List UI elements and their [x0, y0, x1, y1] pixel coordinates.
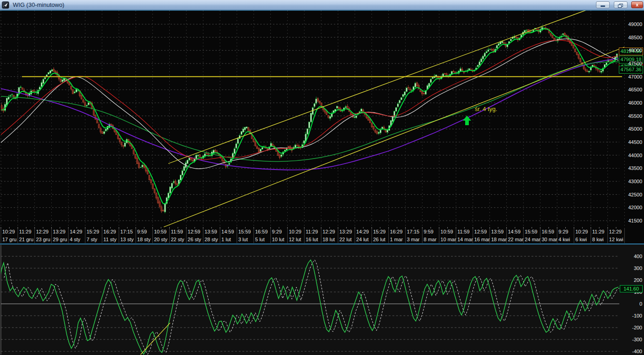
chart-annotation: śr. 4 tyg.	[475, 106, 497, 112]
time-axis-label: 12:29	[322, 228, 335, 235]
window-title: WIG (30-minutowo)	[13, 1, 64, 8]
app-window: 48124.56 47802.72 47567.36 47909.18 śr. …	[0, 0, 644, 355]
price-axis-label: 43500	[619, 165, 642, 171]
date-axis-label: 18 sty	[137, 236, 150, 243]
date-axis-label: 6 kwi	[575, 236, 587, 243]
time-axis-label: 9:29	[558, 228, 568, 235]
date-axis-label: 20 sty	[154, 236, 167, 243]
time-axis-label: 16:59	[542, 228, 554, 235]
date-axis-label: 8 kwi	[592, 236, 604, 243]
date-axis-label: 12 lut	[289, 236, 301, 243]
date-axis-label: 8 mar	[424, 236, 436, 243]
time-axis-label: 9:59	[137, 228, 147, 235]
time-axis-label: 11:29	[592, 228, 605, 235]
time-axis-label: 10:29	[2, 228, 15, 235]
price-label-green-ma: 47567.36	[619, 66, 643, 74]
price-axis-label: 46000	[619, 100, 642, 106]
time-axis-label: 12:59	[474, 228, 487, 235]
time-axis-label: 16:29	[103, 228, 116, 235]
date-axis-label: 10 lut	[272, 236, 284, 243]
price-axis-label: 42000	[619, 204, 642, 211]
price-axis-label: 43000	[619, 178, 642, 185]
time-axis-label: 11:29	[19, 228, 32, 235]
time-axis-label: 11:59	[171, 228, 183, 235]
oscillator-axis-label: 0	[619, 301, 642, 307]
app-icon	[2, 1, 9, 9]
date-axis-label: 30 mar	[542, 236, 557, 243]
date-axis-label: 16 lut	[306, 236, 318, 243]
price-axis-label: 45500	[619, 113, 642, 119]
date-axis-label: 21 gru	[19, 236, 33, 243]
date-axis-label: 23 gru	[36, 236, 50, 243]
date-axis-label: 22 mar	[508, 236, 524, 243]
time-axis-label: 16:29	[390, 228, 403, 235]
date-axis-label: 3 lut	[238, 236, 248, 243]
window-controls: x	[594, 1, 643, 9]
close-button[interactable]: x	[631, 1, 643, 8]
price-axis-label: 48000	[619, 47, 642, 53]
date-axis-label: 24 lut	[356, 236, 369, 243]
date-axis-label: 12 kwi	[609, 236, 623, 243]
time-axis-label: 13:29	[339, 228, 352, 235]
price-axis-label: 49000	[619, 21, 642, 27]
date-axis-label: 4 sty	[70, 236, 80, 243]
time-axis-label: 10:29	[575, 228, 588, 235]
time-axis-label: 15:59	[525, 228, 537, 235]
oscillator-axis-label: 300	[619, 265, 642, 271]
date-axis-label: 10 mar	[440, 236, 456, 243]
date-axis-label: 22 sty	[171, 236, 184, 243]
title-bar[interactable]: WIG (30-minutowo) x	[0, 0, 644, 10]
time-axis-label: 14:59	[221, 228, 234, 235]
date-axis-label: 14 mar	[457, 236, 473, 243]
oscillator-axis-label: -100	[619, 313, 642, 319]
oscillator-axis-label: 200	[619, 277, 642, 283]
date-axis-label: 18 mar	[491, 236, 507, 243]
close-icon: x	[636, 2, 639, 7]
time-axis-label: 13:29	[53, 228, 66, 235]
date-axis-label: 17 gru	[2, 236, 16, 243]
date-axis-label: 1 lut	[221, 236, 231, 243]
time-axis-label: 11:29	[306, 228, 318, 235]
time-axis-label: 10:29	[289, 228, 301, 235]
time-axis-label: 13:59	[491, 228, 504, 235]
time-axis-label: 9:29	[272, 228, 282, 235]
time-axis-label: 14:29	[356, 228, 369, 235]
time-axis-label: 11:59	[457, 228, 470, 235]
date-axis-label: 3 mar	[407, 236, 419, 243]
price-axis-label: 44500	[619, 139, 642, 145]
time-axis-label: 10:59	[154, 228, 167, 235]
date-axis-label: 11 sty	[103, 236, 117, 243]
time-axis-label: 15:29	[86, 228, 99, 235]
date-axis-label: 1 mar	[390, 236, 403, 243]
date-axis-label: 26 sty	[188, 236, 201, 243]
price-axis-label: 46500	[619, 86, 642, 93]
minimize-button[interactable]	[596, 1, 610, 8]
time-axis-label: 17:15	[407, 228, 419, 235]
time-axis-label: 17:15	[120, 228, 133, 235]
restore-icon	[618, 4, 623, 8]
time-axis-label: 12:29	[36, 228, 49, 235]
oscillator-axis-label: -300	[619, 336, 642, 343]
date-axis-label: 29 gru	[53, 236, 67, 243]
price-axis-label: 41500	[619, 217, 642, 224]
time-axis-label: 15:29	[373, 228, 386, 235]
date-axis-label: 4 kwi	[558, 236, 570, 243]
time-axis-label: 16:59	[255, 228, 268, 235]
minimize-icon	[601, 5, 605, 7]
price-axis-label: 44000	[619, 152, 642, 159]
time-axis-label: 12:59	[188, 228, 200, 235]
time-axis-label: 10:59	[440, 228, 453, 235]
date-axis-label: 22 lut	[339, 236, 352, 243]
date-axis-label: 28 sty	[204, 236, 218, 243]
restore-button[interactable]	[614, 1, 628, 8]
indicator-value-badge: 141.60	[620, 285, 643, 292]
date-axis-label: 13 sty	[120, 236, 134, 243]
price-axis-label: 47500	[619, 60, 642, 67]
price-axis-label: 45000	[619, 126, 642, 132]
time-axis-label: 13:59	[204, 228, 217, 235]
date-axis-label: 7 sty	[86, 236, 97, 243]
date-axis-label: 26 lut	[373, 236, 386, 243]
chart-canvas	[0, 0, 644, 355]
time-axis-label: 14:59	[508, 228, 521, 235]
date-axis-label: 5 lut	[255, 236, 265, 243]
